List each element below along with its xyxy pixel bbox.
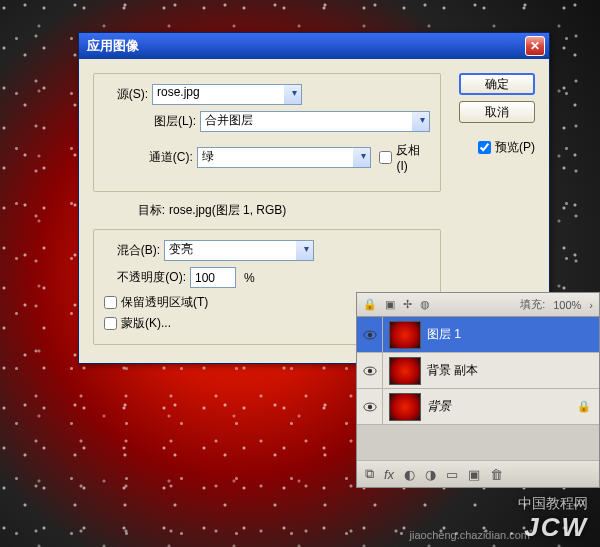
layers-panel: 🔒 ▣ ✢ ◍ 填充: 100% › 图层 1 背景 副本 背景	[356, 292, 600, 488]
layer-row[interactable]: 图层 1	[357, 317, 599, 353]
channel-label: 通道(C):	[104, 149, 197, 166]
visibility-toggle[interactable]	[357, 317, 383, 352]
source-label: 源(S):	[104, 86, 152, 103]
layer-thumbnail[interactable]	[389, 321, 421, 349]
lock-icon: 🔒	[577, 400, 591, 413]
layer-name[interactable]: 图层 1	[427, 326, 599, 343]
visibility-toggle[interactable]	[357, 353, 383, 388]
target-label: 目标:	[93, 202, 169, 219]
fill-opacity-value[interactable]: 100%	[553, 299, 581, 311]
invert-checkbox-input[interactable]	[379, 151, 392, 164]
link-layers-icon[interactable]: ⧉	[365, 466, 374, 482]
svg-point-5	[367, 404, 371, 408]
source-select[interactable]: rose.jpg	[152, 84, 302, 105]
preview-label: 预览(P)	[495, 139, 535, 156]
delete-layer-icon[interactable]: 🗑	[490, 467, 503, 482]
source-value: rose.jpg	[157, 85, 200, 99]
eye-icon	[363, 330, 377, 340]
ok-button[interactable]: 确定	[459, 73, 535, 95]
layers-toolbar: 🔒 ▣ ✢ ◍ 填充: 100% ›	[357, 293, 599, 317]
svg-point-1	[367, 332, 371, 336]
opacity-label: 不透明度(O):	[104, 269, 190, 286]
preview-checkbox-input[interactable]	[478, 141, 491, 154]
visibility-toggle[interactable]	[357, 389, 383, 424]
layer-row[interactable]: 背景 副本	[357, 353, 599, 389]
toolbar-icon[interactable]: ✢	[403, 298, 412, 311]
layer-thumbnail[interactable]	[389, 393, 421, 421]
svg-point-3	[367, 368, 371, 372]
layer-name[interactable]: 背景 副本	[427, 362, 599, 379]
opacity-input[interactable]	[190, 267, 236, 288]
adjustment-icon[interactable]: ◑	[425, 467, 436, 482]
new-layer-icon[interactable]: ▣	[468, 467, 480, 482]
layer-label: 图层(L):	[104, 113, 200, 130]
dialog-title: 应用图像	[87, 37, 525, 55]
channel-value: 绿	[202, 149, 214, 163]
toolbar-icon[interactable]: ▣	[385, 298, 395, 311]
opacity-suffix: %	[244, 271, 255, 285]
mask-icon[interactable]: ◐	[404, 467, 415, 482]
source-fieldset: 源(S): rose.jpg 图层(L): 合并图层 通道(C): 绿	[93, 73, 441, 192]
invert-checkbox[interactable]: 反相(I)	[379, 142, 430, 173]
layer-row[interactable]: 背景 🔒	[357, 389, 599, 425]
preserve-transparency-input[interactable]	[104, 296, 117, 309]
mask-input[interactable]	[104, 317, 117, 330]
toolbar-icon[interactable]: ◍	[420, 298, 430, 311]
new-group-icon[interactable]: ▭	[446, 467, 458, 482]
eye-icon	[363, 366, 377, 376]
preview-checkbox[interactable]: 预览(P)	[478, 139, 535, 156]
blend-label: 混合(B):	[104, 242, 164, 259]
watermark-sub: jiaocheng.chazidian.com	[410, 529, 530, 541]
blend-value: 变亮	[169, 242, 193, 256]
close-icon[interactable]: ✕	[525, 36, 545, 56]
blend-select[interactable]: 变亮	[164, 240, 314, 261]
target-value: rose.jpg(图层 1, RGB)	[169, 202, 286, 219]
channel-select[interactable]: 绿	[197, 147, 372, 168]
fill-opacity-label: 填充:	[520, 297, 545, 312]
watermark-cn: 中国教程网	[518, 495, 588, 513]
layer-select[interactable]: 合并图层	[200, 111, 430, 132]
layer-name[interactable]: 背景	[427, 398, 577, 415]
layers-empty-area[interactable]	[357, 425, 599, 461]
layer-value: 合并图层	[205, 113, 253, 127]
layers-list: 图层 1 背景 副本 背景 🔒	[357, 317, 599, 461]
watermark-jcw: JCW	[524, 512, 588, 543]
dialog-titlebar[interactable]: 应用图像 ✕	[79, 33, 549, 59]
mask-label: 蒙版(K)...	[121, 315, 171, 332]
fx-icon[interactable]: fx	[384, 467, 394, 482]
layer-thumbnail[interactable]	[389, 357, 421, 385]
lock-icon[interactable]: 🔒	[363, 298, 377, 311]
invert-label: 反相(I)	[396, 142, 430, 173]
layers-footer: ⧉ fx ◐ ◑ ▭ ▣ 🗑	[357, 461, 599, 487]
preserve-transparency-label: 保留透明区域(T)	[121, 294, 208, 311]
chevron-right-icon[interactable]: ›	[589, 299, 593, 311]
eye-icon	[363, 402, 377, 412]
cancel-button[interactable]: 取消	[459, 101, 535, 123]
